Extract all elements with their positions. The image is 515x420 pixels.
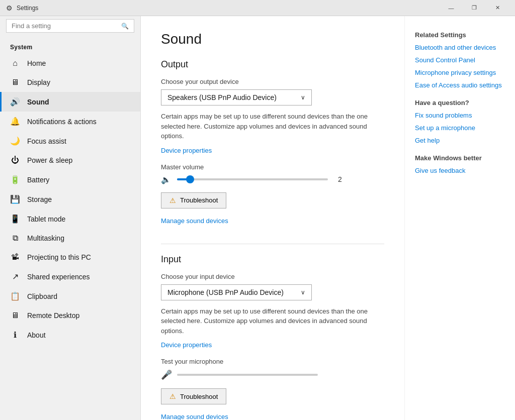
storage-icon: 💾 <box>10 194 20 204</box>
app-body: 🔍 System ⌂ Home 🖥 Display 🔊 Sound 🔔 Noti… <box>0 16 515 420</box>
output-device-value: Speakers (USB PnP Audio Device) <box>167 93 277 101</box>
power-icon: ⏻ <box>10 156 20 165</box>
manage-sound-devices-link[interactable]: Manage sound devices <box>161 217 228 225</box>
titlebar: ⚙ Settings — ❐ ✕ <box>0 0 515 16</box>
input-device-dropdown[interactable]: Microphone (USB PnP Audio Device) ∨ <box>161 284 312 300</box>
sidebar-item-label: Clipboard <box>27 292 57 300</box>
titlebar-left: ⚙ Settings <box>6 4 38 12</box>
sidebar-item-about[interactable]: ℹ About <box>0 325 140 345</box>
slider-thumb[interactable] <box>186 175 194 183</box>
sidebar-item-battery[interactable]: 🔋 Battery <box>0 170 140 189</box>
troubleshoot-label: Troubleshoot <box>180 196 218 204</box>
sidebar-item-label: Projecting to this PC <box>27 253 91 261</box>
search-icon: 🔍 <box>121 23 129 30</box>
input-device-label: Choose your input device <box>161 273 384 280</box>
master-volume-label: Master volume <box>161 163 384 171</box>
output-dropdown-arrow: ∨ <box>301 94 305 101</box>
sidebar-item-label: Tablet mode <box>27 215 65 223</box>
mic-bar-row: 🎤 <box>161 369 384 380</box>
settings-icon: ⚙ <box>6 4 13 12</box>
volume-slider[interactable] <box>177 178 328 180</box>
sidebar-item-label: Sound <box>27 98 49 106</box>
warn-icon: ⚠ <box>169 196 176 204</box>
sidebar-item-label: Home <box>27 59 46 67</box>
related-link-microphone-privacy[interactable]: Microphone privacy settings <box>415 69 505 76</box>
sidebar-item-label: Shared experiences <box>27 273 90 281</box>
sidebar-item-focus[interactable]: 🌙 Focus assist <box>0 131 140 151</box>
sidebar-item-sound[interactable]: 🔊 Sound <box>0 92 140 112</box>
home-icon: ⌂ <box>10 59 20 68</box>
projecting-icon: 📽 <box>10 253 20 262</box>
input-device-properties-link[interactable]: Device properties <box>161 341 212 349</box>
related-link-sound-control[interactable]: Sound Control Panel <box>415 56 505 64</box>
sidebar-item-remote[interactable]: 🖥 Remote Desktop <box>0 306 140 325</box>
sidebar-item-home[interactable]: ⌂ Home <box>0 54 140 73</box>
make-windows-better-title: Make Windows better <box>415 154 505 162</box>
microphone-icon: 🎤 <box>161 369 172 380</box>
output-device-dropdown[interactable]: Speakers (USB PnP Audio Device) ∨ <box>161 89 312 106</box>
sidebar-item-label: Notifications & actions <box>27 118 97 126</box>
titlebar-title: Settings <box>17 5 38 12</box>
divider-1 <box>161 244 384 244</box>
output-description: Certain apps may be set up to use differ… <box>161 112 382 141</box>
sidebar-item-label: Storage <box>27 195 52 203</box>
search-box[interactable]: 🔍 <box>6 19 134 33</box>
close-button[interactable]: ✕ <box>486 0 509 16</box>
mic-bar-track <box>177 374 318 376</box>
right-panel: Related Settings Bluetooth and other dev… <box>404 16 515 420</box>
sidebar-item-display[interactable]: 🖥 Display <box>0 73 140 92</box>
volume-row: 🔈 2 <box>161 175 384 184</box>
focus-icon: 🌙 <box>10 136 20 146</box>
volume-icon: 🔈 <box>161 175 171 184</box>
shared-icon: ↗ <box>10 272 20 281</box>
manage-sound-devices-link-2[interactable]: Manage sound devices <box>161 413 228 420</box>
input-dropdown-arrow: ∨ <box>301 289 305 296</box>
sidebar-item-storage[interactable]: 💾 Storage <box>0 189 140 209</box>
slider-track <box>177 178 328 180</box>
sidebar-item-clipboard[interactable]: 📋 Clipboard <box>0 286 140 306</box>
battery-icon: 🔋 <box>10 175 20 184</box>
test-microphone-label: Test your microphone <box>161 358 384 365</box>
sidebar-item-label: Remote Desktop <box>27 311 79 320</box>
have-question-title: Have a question? <box>415 99 505 107</box>
notifications-icon: 🔔 <box>10 117 20 126</box>
main-content: Sound Output Choose your output device S… <box>141 16 404 420</box>
about-icon: ℹ <box>10 330 20 340</box>
fix-sound-problems-link[interactable]: Fix sound problems <box>415 112 505 119</box>
input-description: Certain apps may be set up to use differ… <box>161 306 382 336</box>
input-troubleshoot-button[interactable]: ⚠ Troubleshoot <box>161 388 226 404</box>
search-input[interactable] <box>12 22 117 30</box>
sidebar-section-label: System <box>0 39 140 54</box>
titlebar-controls: — ❐ ✕ <box>440 0 509 16</box>
related-link-bluetooth[interactable]: Bluetooth and other devices <box>415 44 505 51</box>
setup-microphone-link[interactable]: Set up a microphone <box>415 124 505 132</box>
sidebar-item-label: Power & sleep <box>27 156 72 164</box>
sidebar-item-label: About <box>27 331 46 339</box>
input-troubleshoot-label: Troubleshoot <box>180 393 218 400</box>
minimize-button[interactable]: — <box>440 0 463 16</box>
output-device-properties-link[interactable]: Device properties <box>161 147 212 154</box>
sidebar-item-projecting[interactable]: 📽 Projecting to this PC <box>0 248 140 267</box>
sidebar-item-label: Battery <box>27 176 49 184</box>
output-troubleshoot-button[interactable]: ⚠ Troubleshoot <box>161 192 226 208</box>
sidebar-item-label: Display <box>27 78 50 86</box>
get-help-link[interactable]: Get help <box>415 137 505 144</box>
sound-icon: 🔊 <box>10 97 20 107</box>
display-icon: 🖥 <box>10 78 20 87</box>
output-section-title: Output <box>161 59 384 70</box>
sidebar-item-multitasking[interactable]: ⧉ Multitasking <box>0 229 140 248</box>
sidebar-item-power[interactable]: ⏻ Power & sleep <box>0 151 140 170</box>
page-title: Sound <box>161 31 384 47</box>
remote-icon: 🖥 <box>10 311 20 320</box>
sidebar-item-tablet[interactable]: 📱 Tablet mode <box>0 209 140 229</box>
sidebar-item-notifications[interactable]: 🔔 Notifications & actions <box>0 112 140 131</box>
related-link-ease-of-access[interactable]: Ease of Access audio settings <box>415 81 505 89</box>
maximize-button[interactable]: ❐ <box>463 0 486 16</box>
give-feedback-link[interactable]: Give us feedback <box>415 167 505 174</box>
input-device-value: Microphone (USB PnP Audio Device) <box>167 288 284 296</box>
sidebar-item-label: Multitasking <box>27 234 64 242</box>
volume-value: 2 <box>338 175 342 183</box>
sidebar-item-shared[interactable]: ↗ Shared experiences <box>0 267 140 286</box>
sidebar-item-label: Focus assist <box>27 137 66 145</box>
multitasking-icon: ⧉ <box>10 234 20 243</box>
